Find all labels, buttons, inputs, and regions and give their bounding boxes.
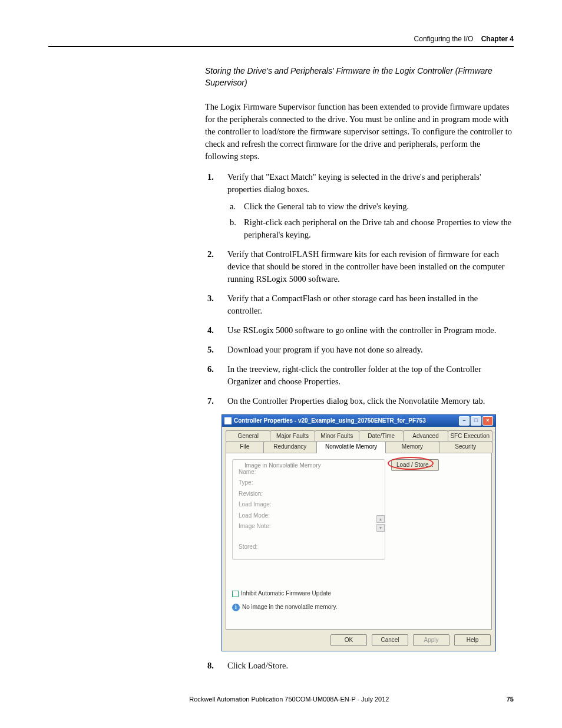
- apply-button[interactable]: Apply: [413, 634, 449, 647]
- field-image-note: Image Note:: [239, 522, 379, 531]
- dialog-screenshot: Controller Properties - v20_Example_usin…: [222, 414, 514, 652]
- tab-advanced[interactable]: Advanced: [403, 430, 448, 442]
- load-store-button[interactable]: Load / Store...: [391, 459, 439, 472]
- step-2: 2.Verify that ControlFLASH firmware kits…: [222, 248, 514, 285]
- step-number: 1.: [207, 171, 214, 183]
- step-4: 4.Use RSLogix 5000 software to go online…: [222, 324, 514, 337]
- sub-letter: b.: [230, 216, 236, 229]
- intro-paragraph: The Logix Firmware Supervisor function h…: [205, 101, 514, 163]
- sub-text: Click the General tab to view the drive'…: [244, 202, 409, 211]
- step-text: Verify that "Exact Match" keying is sele…: [227, 172, 481, 194]
- step-1-sublist: a. Click the General tab to view the dri…: [227, 200, 514, 241]
- step-text: Download your program if you have not do…: [227, 345, 423, 354]
- tab-memory[interactable]: Memory: [385, 441, 439, 453]
- footer-publication: Rockwell Automation Publication 750COM-U…: [72, 695, 507, 704]
- help-button[interactable]: Help: [454, 634, 491, 647]
- tab-sfc-execution[interactable]: SFC Execution: [448, 430, 492, 442]
- step-1a: a. Click the General tab to view the dri…: [242, 200, 514, 213]
- step-8: 8. Click Load/Store.: [222, 660, 514, 672]
- tab-nonvolatile-memory[interactable]: Nonvolatile Memory: [316, 441, 386, 453]
- step-number: 8.: [207, 660, 214, 672]
- image-groupbox: Image in Nonvolatile Memory Name: Type: …: [232, 459, 385, 561]
- inhibit-checkbox-row[interactable]: Inhibit Automatic Firmware Update: [232, 589, 485, 598]
- tab-minor-faults[interactable]: Minor Faults: [315, 430, 359, 442]
- step-1: 1. Verify that "Exact Match" keying is s…: [222, 171, 514, 241]
- step-text: Verify that ControlFLASH firmware kits f…: [227, 249, 505, 284]
- header-chapter: Chapter 4: [481, 35, 514, 43]
- step-text: Click Load/Store.: [227, 661, 288, 670]
- ok-button[interactable]: OK: [330, 634, 367, 647]
- maximize-button[interactable]: □: [471, 416, 481, 426]
- dialog-titlebar[interactable]: Controller Properties - v20_Example_usin…: [222, 415, 495, 427]
- step-number: 7.: [207, 395, 214, 407]
- step-text: Use RSLogix 5000 software to go online w…: [227, 325, 496, 335]
- field-stored: Stored:: [239, 543, 379, 552]
- cancel-button[interactable]: Cancel: [372, 634, 408, 647]
- step-list-cont: 8. Click Load/Store.: [205, 660, 514, 672]
- info-text: No image in the nonvolatile memory.: [242, 603, 338, 612]
- tab-area: General Major Faults Minor Faults Date/T…: [222, 427, 495, 630]
- field-load-mode: Load Mode:: [239, 512, 379, 521]
- scroll-up-icon[interactable]: ▴: [376, 515, 385, 523]
- sub-text: Right-click each peripheral on the Drive…: [244, 218, 511, 239]
- tab-file[interactable]: File: [226, 441, 264, 453]
- tab-row-upper: General Major Faults Minor Faults Date/T…: [226, 430, 492, 442]
- sub-letter: a.: [230, 200, 236, 213]
- step-6: 6.In the treeview, right-click the contr…: [222, 363, 514, 388]
- close-button[interactable]: ×: [482, 416, 493, 426]
- step-7: 7.On the Controller Properties dialog bo…: [222, 395, 514, 407]
- controller-properties-dialog: Controller Properties - v20_Example_usin…: [222, 414, 496, 652]
- field-type: Type:: [239, 479, 379, 487]
- step-text: Verify that a CompactFlash or other stor…: [227, 294, 478, 315]
- step-number: 3.: [207, 292, 214, 305]
- dialog-button-row: OK Cancel Apply Help: [222, 630, 495, 651]
- tab-content: Image in Nonvolatile Memory Name: Type: …: [226, 453, 492, 630]
- tab-redundancy[interactable]: Redundancy: [263, 441, 317, 453]
- header-section: Configuring the I/O: [414, 35, 474, 43]
- footer-page-number: 75: [507, 695, 514, 704]
- step-number: 6.: [207, 363, 214, 375]
- step-number: 5.: [207, 344, 214, 356]
- note-scrollbar[interactable]: ▴ ▾: [376, 515, 385, 532]
- step-text: In the treeview, right-click the control…: [227, 364, 481, 386]
- groupbox-label: Image in Nonvolatile Memory: [242, 462, 323, 470]
- info-row: i No image in the nonvolatile memory.: [232, 603, 485, 612]
- tab-row-lower: File Redundancy Nonvolatile Memory Memor…: [226, 441, 492, 453]
- step-1b: b. Right-click each peripheral on the Dr…: [242, 216, 514, 241]
- field-load-image: Load Image:: [239, 500, 379, 509]
- step-number: 2.: [207, 248, 214, 261]
- page-header: Configuring the I/O Chapter 4: [414, 34, 514, 44]
- tab-date-time[interactable]: Date/Time: [359, 430, 404, 442]
- main-content: Storing the Drive's and Peripherals' Fir…: [205, 65, 514, 679]
- step-3: 3.Verify that a CompactFlash or other st…: [222, 292, 514, 317]
- tab-security[interactable]: Security: [439, 441, 492, 453]
- step-list: 1. Verify that "Exact Match" keying is s…: [205, 171, 514, 407]
- scroll-down-icon[interactable]: ▾: [376, 524, 385, 532]
- step-5: 5.Download your program if you have not …: [222, 344, 514, 356]
- tab-general[interactable]: General: [226, 430, 270, 442]
- info-icon: i: [232, 604, 240, 611]
- field-revision: Revision:: [239, 490, 379, 499]
- minimize-button[interactable]: –: [459, 416, 470, 426]
- header-rule: [48, 46, 514, 47]
- step-text: On the Controller Properties dialog box,…: [227, 396, 485, 406]
- step-number: 4.: [207, 324, 214, 337]
- dialog-title: Controller Properties - v20_Example_usin…: [234, 417, 458, 426]
- checkbox-label: Inhibit Automatic Firmware Update: [241, 589, 331, 598]
- section-subheading: Storing the Drive's and Peripherals' Fir…: [205, 65, 514, 89]
- app-icon: [224, 417, 232, 424]
- tab-major-faults[interactable]: Major Faults: [270, 430, 315, 442]
- page-footer: Rockwell Automation Publication 750COM-U…: [48, 695, 514, 704]
- checkbox-icon[interactable]: [232, 591, 239, 597]
